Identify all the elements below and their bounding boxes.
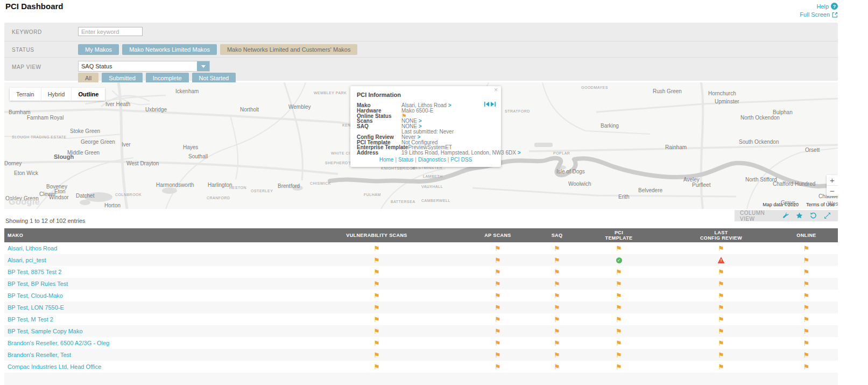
flag-icon: ⚑ xyxy=(495,281,501,288)
map-label: Farnham Royal xyxy=(27,115,63,121)
column-header-vulnerability-scans[interactable]: VULNERABILITY SCANS xyxy=(301,233,452,238)
page-title: PCI Dashboard xyxy=(5,2,63,11)
mako-link[interactable]: BP Test, Cloud-Mako xyxy=(8,292,63,299)
map-label: Harlington xyxy=(208,182,232,188)
popup-link-home[interactable]: Home xyxy=(379,157,394,163)
column-header-saq[interactable]: SAQ xyxy=(544,233,570,238)
status-button-my-makos[interactable]: My Makos xyxy=(78,44,119,55)
full-screen-link[interactable]: Full Screen xyxy=(800,11,838,18)
flag-icon: ⚑ xyxy=(495,292,501,299)
help-link[interactable]: Help ? xyxy=(816,3,838,10)
mako-link[interactable]: Compac Industries Ltd, Head Office xyxy=(8,363,101,370)
keyword-row: KEYWORD xyxy=(4,23,838,41)
link-arrow-icon[interactable]: > xyxy=(448,102,451,108)
wrench-icon[interactable] xyxy=(782,212,789,219)
next-mako-icon[interactable] xyxy=(491,102,496,107)
map-label: Brentford xyxy=(278,183,300,189)
status-cell: ⚑ xyxy=(667,304,775,311)
popup-row: ScansNONE > xyxy=(357,118,495,124)
status-cell: ⚑ xyxy=(570,316,667,323)
saq-button-incomplete[interactable]: Incomplete xyxy=(146,73,189,83)
undo-icon[interactable] xyxy=(810,212,817,219)
mako-link[interactable]: BP Test, BP Rules Test xyxy=(8,281,68,287)
map-type-button-terrain[interactable]: Terrain xyxy=(10,88,41,101)
status-cell: ⚑ xyxy=(570,269,667,276)
saq-button-not-started[interactable]: Not Started xyxy=(192,73,236,83)
link-arrow-icon[interactable]: > xyxy=(518,150,521,156)
mako-link[interactable]: Alsari, Lithos Road xyxy=(8,245,57,251)
flag-icon: ⚑ xyxy=(495,257,501,264)
popup-row-value[interactable]: 19 Lithos Road, Hampstead, London, NW3 6… xyxy=(401,150,521,156)
map-label: Northolt xyxy=(240,107,259,113)
popup-link-diagnostics[interactable]: Diagnostics xyxy=(418,157,446,163)
status-cell: ⚑ xyxy=(775,328,838,335)
zoom-in-button[interactable]: + xyxy=(827,175,838,185)
entries-summary: Showing 1 to 12 of 102 entries xyxy=(5,218,86,224)
help-icon[interactable]: ? xyxy=(831,3,838,10)
link-separator: | xyxy=(448,157,449,163)
mako-link[interactable]: BP Test, M Test 2 xyxy=(8,316,53,323)
mako-link[interactable]: Brandon's Reseller, Test xyxy=(8,352,71,358)
map-view-select[interactable]: SAQ Status xyxy=(78,61,210,72)
mako-name-cell: BP Test, 8875 Test 2 xyxy=(4,269,301,275)
status-cell: ⚑ xyxy=(452,363,544,370)
chevron-down-icon[interactable] xyxy=(197,61,209,71)
mako-name-cell: Brandon's Reseller, Test xyxy=(4,352,301,358)
expand-icon[interactable] xyxy=(824,212,831,219)
column-header-pci-template[interactable]: PCI TEMPLATE xyxy=(570,230,667,241)
status-cell: ⚑ xyxy=(301,328,452,335)
keyword-input[interactable] xyxy=(78,27,143,36)
popup-row: Online Status⚑ xyxy=(357,114,495,119)
flag-icon: ⚑ xyxy=(495,363,501,370)
close-icon[interactable]: × xyxy=(494,87,498,93)
status-button-mako-networks-limited-and-customers-makos[interactable]: Mako Networks Limited and Customers' Mak… xyxy=(220,44,358,55)
filter-panel: KEYWORD STATUS My MakosMako Networks Lim… xyxy=(4,23,838,81)
status-cell: ⚑ xyxy=(775,340,838,347)
status-cell: ✓ xyxy=(570,257,667,263)
status-cell: ⚑ xyxy=(544,340,570,347)
table-row: Alsari, pci_test⚑⚑⚑✓!⚑ xyxy=(4,254,838,266)
flag-icon: ⚑ xyxy=(718,363,724,370)
table-row: BP Test, Sample Copy Mako⚑⚑⚑⚑⚑⚑ xyxy=(4,325,838,337)
status-cell: ⚑ xyxy=(775,281,838,288)
map-label: Purfleet xyxy=(692,182,710,188)
status-cell: ⚑ xyxy=(775,352,838,359)
flag-icon: ⚑ xyxy=(373,245,380,252)
map-label: Stoke Green xyxy=(70,128,100,134)
popup-row: Address19 Lithos Road, Hampstead, London… xyxy=(357,150,495,156)
map-label: BATTERSEA xyxy=(391,200,415,204)
map-data-copyright: Map data ©2020 xyxy=(763,202,799,207)
column-header-mako[interactable]: MAKO xyxy=(4,233,301,238)
zoom-out-button[interactable]: − xyxy=(827,185,838,196)
previous-mako-icon[interactable] xyxy=(484,102,489,107)
mako-link[interactable]: Alsari, pci_test xyxy=(8,257,46,263)
mako-link[interactable]: BP Test, LON 7550-E xyxy=(8,304,64,311)
saq-button-submitted[interactable]: Submitted xyxy=(102,73,143,83)
mako-link[interactable]: BP Test, Sample Copy Mako xyxy=(8,328,83,334)
column-header-ap-scans[interactable]: AP SCANS xyxy=(452,233,544,238)
mako-link[interactable]: Brandon's Reseller, 6500 A2/3G - Oleg xyxy=(8,340,109,346)
flag-icon: ⚑ xyxy=(373,292,380,299)
map-type-button-hybrid[interactable]: Hybrid xyxy=(41,88,72,101)
popup-link-pci-dss[interactable]: PCI DSS xyxy=(450,157,472,163)
saq-button-all[interactable]: All xyxy=(78,73,98,83)
flag-icon: ⚑ xyxy=(616,363,622,370)
popup-link-status[interactable]: Status xyxy=(398,157,413,163)
terms-of-use-link[interactable]: Terms of Use xyxy=(806,202,835,207)
help-label: Help xyxy=(816,3,829,10)
mako-link[interactable]: BP Test, 8875 Test 2 xyxy=(8,269,61,275)
star-icon[interactable] xyxy=(796,212,803,219)
column-header-last-config-review[interactable]: LAST CONFIG REVIEW xyxy=(667,230,775,241)
map-canvas[interactable]: Stoke PogesIckenhamWEMBLEY PARKGOODMAYES… xyxy=(4,82,838,209)
map-type-button-outline[interactable]: Outline xyxy=(72,88,105,101)
status-cell: ⚑ xyxy=(301,257,452,264)
status-button-group: My MakosMako Networks Limited MakosMako … xyxy=(78,44,357,55)
column-header-online[interactable]: ONLINE xyxy=(775,233,838,238)
map-label: WEMBLEY PARK xyxy=(314,91,347,95)
status-cell: ⚑ xyxy=(301,352,452,359)
map-label: Erith xyxy=(618,194,630,200)
status-button-mako-networks-limited-makos[interactable]: Mako Networks Limited Makos xyxy=(122,44,217,55)
popup-links: Home|Status|Diagnostics|PCI DSS xyxy=(357,157,495,163)
status-cell: ⚑ xyxy=(775,245,838,252)
status-cell: ⚑ xyxy=(544,363,570,370)
